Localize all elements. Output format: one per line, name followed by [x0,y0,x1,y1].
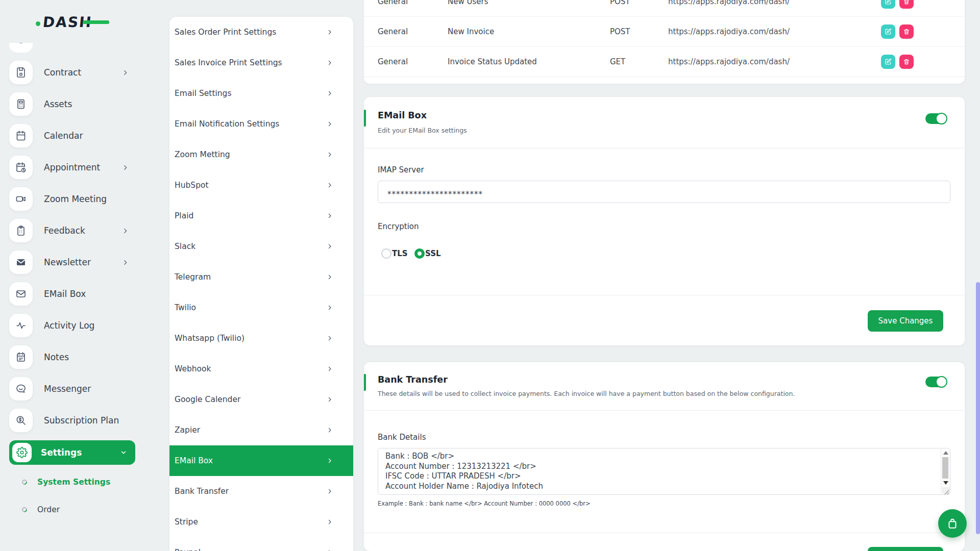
radio-ssl[interactable] [414,248,425,259]
cell-module: General [378,57,408,66]
radio-tls[interactable] [381,248,391,259]
subnav-item-system-settings[interactable]: System Settings [22,476,143,488]
divider [364,410,965,411]
sidebar-item-assets[interactable]: Assets [9,92,143,116]
edit-button[interactable] [881,55,895,69]
save-changes-button[interactable]: Save Changes [868,310,943,332]
app-logo[interactable]: DASH [36,12,92,32]
divider [364,295,965,295]
sidebar-item-label: Zoom Meeting [44,194,107,204]
sidebar-item-activity-log[interactable]: Activity Log [9,314,143,337]
panel-item-whatsapp-twilio[interactable]: Whatsapp (Twilio) [169,323,353,354]
panel-item-zapier[interactable]: Zapier [169,415,353,445]
radio-ssl-label: SSL [425,249,441,258]
email-box-icon [9,282,33,306]
subnav-item-order[interactable]: Order [22,504,143,516]
panel-scrollbar[interactable] [976,282,980,534]
divider [364,533,965,533]
sidebar-item-feedback[interactable]: Feedback [9,219,143,242]
scrollbar-thumb[interactable] [942,457,948,479]
panel-item-telegram[interactable]: Telegram [169,262,353,292]
panel-item-sales-invoice-print-settings[interactable]: Sales Invoice Print Settings [169,47,353,78]
delete-button[interactable] [899,24,914,39]
sidebar-item-label: Feedback [44,226,85,236]
panel-item-label: Plaid [175,211,193,220]
section-subtitle: These details will be used to collect in… [378,390,795,397]
panel-item-stripe[interactable]: Stripe [169,507,353,537]
purchase-fab-button[interactable] [938,509,967,538]
shopping-bag-icon [946,517,959,530]
sidebar-item-label: Calendar [44,131,83,141]
email-box-toggle[interactable] [925,113,946,124]
chevron-right-icon [327,182,333,188]
chevron-right-icon [122,259,129,266]
sidebar-item-subscription-plan[interactable]: Subscription Plan [9,409,143,432]
panel-item-webhook[interactable]: Webhook [169,354,353,384]
panel-item-plaid[interactable]: Plaid [169,201,353,231]
chevron-right-icon [327,90,333,96]
panel-item-sales-order-print-settings[interactable]: Sales Order Print Settings [169,17,353,47]
panel-item-paypal[interactable]: Paypal [169,537,353,551]
settings-menu-panel: Sales Order Print Settings Sales Invoice… [169,17,353,551]
sidebar-item-label: EMail Box [44,289,86,299]
section-title: Bank Transfer [378,374,448,385]
scroll-down-arrow-icon[interactable] [943,481,948,485]
table-row-partial [364,77,965,84]
panel-item-label: EMail Box [175,456,213,465]
edit-button[interactable] [881,24,895,39]
chevron-right-icon [327,335,333,341]
chevron-right-icon [122,228,129,234]
panel-item-label: Stripe [175,517,198,527]
chevron-right-icon [122,164,129,171]
sidebar-item-newsletter[interactable]: Newsletter [9,251,143,274]
sidebar-item-appointment[interactable]: Appointment [9,156,143,179]
feedback-icon [9,219,33,242]
gear-icon [12,443,32,462]
panel-item-hubspot[interactable]: HubSpot [169,170,353,201]
sidebar-item-calendar[interactable]: Calendar [9,124,143,147]
panel-item-bank-transfer[interactable]: Bank Transfer [169,476,353,507]
panel-item-email-notification-settings[interactable]: Email Notification Settings [169,109,353,139]
chevron-right-icon [327,519,333,525]
panel-item-email-box[interactable]: EMail Box [169,445,353,476]
chevron-right-icon [327,121,333,127]
cell-url: https://apps.rajodiya.com/dash/ [668,0,790,6]
save-changes-button[interactable]: Save Changes [868,547,943,551]
panel-item-zoom-metting[interactable]: Zoom Metting [169,139,353,170]
imap-server-label: IMAP Server [378,165,424,174]
sidebar-item-label: Notes [44,352,69,362]
scroll-up-arrow-icon[interactable] [943,451,948,455]
sidebar-item-email-box[interactable]: EMail Box [9,282,143,306]
cell-action: New Users [448,0,488,6]
edit-pencil-icon [885,58,892,65]
delete-button[interactable] [899,55,914,69]
section-title: EMail Box [378,110,427,120]
panel-item-label: Sales Order Print Settings [175,28,276,37]
trash-icon [903,28,910,35]
divider [364,148,965,148]
bank-details-textarea[interactable]: Bank : BOB </br> Account Number : 123132… [378,448,950,494]
panel-item-email-settings[interactable]: Email Settings [169,78,353,109]
edit-button[interactable] [881,0,895,9]
sidebar-item-label: Subscription Plan [44,415,119,425]
imap-server-input[interactable] [378,181,950,203]
cell-url: https://apps.rajodiya.com/dash/ [668,27,790,36]
delete-button[interactable] [899,0,914,9]
sidebar-item-notes[interactable]: Notes [9,345,143,369]
sidebar-item-contract[interactable]: Contract [9,61,143,84]
chevron-right-icon [327,427,333,433]
panel-item-label: Sales Invoice Print Settings [175,58,282,67]
panel-item-slack[interactable]: Slack [169,231,353,262]
sidebar-item-messenger[interactable]: Messenger [9,377,143,400]
panel-item-label: Twilio [175,303,196,312]
panel-item-twilio[interactable]: Twilio [169,292,353,323]
bank-transfer-toggle[interactable] [925,377,946,387]
panel-item-google-calender[interactable]: Google Calender [169,384,353,415]
resize-grip-icon[interactable] [942,487,950,494]
main-sidebar: DASH Contract Assets Calendar Appointmen… [0,0,143,551]
chevron-right-icon [327,60,333,66]
sidebar-item-zoom-meeting[interactable]: Zoom Meeting [9,187,143,211]
sidebar-header: DASH [0,0,143,43]
assets-icon [9,92,33,116]
sidebar-item-settings[interactable]: Settings [9,440,135,465]
